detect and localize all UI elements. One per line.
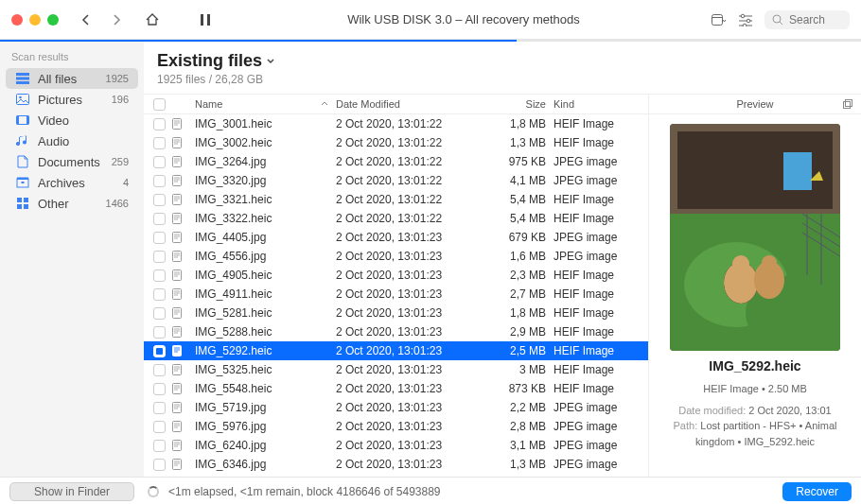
file-row[interactable]: IMG_3321.heic2 Oct 2020, 13:01:225,4 MBH…	[144, 190, 648, 209]
back-button[interactable]	[76, 9, 97, 30]
file-date: 2 Oct 2020, 13:01:23	[336, 382, 487, 395]
search-input[interactable]	[789, 13, 846, 26]
file-kind: JPEG image	[554, 439, 648, 452]
row-checkbox[interactable]	[153, 383, 166, 395]
row-checkbox[interactable]	[153, 194, 166, 206]
row-checkbox[interactable]	[153, 118, 166, 130]
spinner-icon	[148, 486, 159, 497]
file-icon	[170, 212, 191, 225]
minimize-window[interactable]	[29, 14, 41, 26]
file-row[interactable]: IMG_4905.heic2 Oct 2020, 13:01:232,3 MBH…	[144, 266, 648, 285]
file-icon	[170, 458, 191, 471]
file-row[interactable]: IMG_4405.jpg2 Oct 2020, 13:01:23679 KBJP…	[144, 228, 648, 247]
pause-button[interactable]	[195, 9, 216, 30]
file-row[interactable]: IMG_5288.heic2 Oct 2020, 13:01:232,9 MBH…	[144, 322, 648, 341]
row-checkbox[interactable]	[153, 137, 166, 149]
file-row[interactable]: IMG_5976.jpg2 Oct 2020, 13:01:232,8 MBJP…	[144, 417, 648, 436]
file-row[interactable]: IMG_5719.jpg2 Oct 2020, 13:01:232,2 MBJP…	[144, 398, 648, 417]
svg-rect-26	[24, 204, 28, 209]
svg-point-16	[19, 96, 22, 99]
close-window[interactable]	[11, 14, 23, 26]
column-date[interactable]: Date Modified	[336, 98, 487, 110]
file-row[interactable]: IMG_5325.heic2 Oct 2020, 13:01:233 MBHEI…	[144, 360, 648, 379]
file-icon	[170, 306, 191, 320]
file-row[interactable]: IMG_4556.jpg2 Oct 2020, 13:01:231,6 MBJP…	[144, 247, 648, 266]
documents-icon	[15, 154, 30, 169]
file-name: IMG_4405.jpg	[191, 231, 336, 244]
sidebar-item-other[interactable]: Other1466	[6, 193, 138, 214]
row-checkbox[interactable]	[153, 269, 166, 282]
row-checkbox[interactable]	[153, 251, 166, 263]
file-row[interactable]: IMG_3264.jpg2 Oct 2020, 13:01:22975 KBJP…	[144, 152, 648, 171]
file-row[interactable]: IMG_3322.heic2 Oct 2020, 13:01:225,4 MBH…	[144, 209, 648, 228]
file-row[interactable]: IMG_6240.jpg2 Oct 2020, 13:01:233,1 MBJP…	[144, 436, 648, 455]
row-checkbox[interactable]	[153, 326, 166, 339]
file-size: 1,6 MB	[487, 250, 554, 263]
file-size: 679 KB	[487, 231, 554, 244]
row-checkbox[interactable]	[153, 288, 166, 301]
sidebar-item-count: 259	[112, 156, 129, 167]
settings-sliders[interactable]	[738, 13, 753, 26]
file-row[interactable]: IMG_5292.heic2 Oct 2020, 13:01:232,5 MBH…	[144, 341, 648, 360]
file-list[interactable]: IMG_3001.heic2 Oct 2020, 13:01:221,8 MBH…	[144, 114, 648, 477]
sidebar-item-documents[interactable]: Documents259	[6, 151, 138, 172]
preview-header: Preview	[649, 94, 861, 114]
sidebar-item-video[interactable]: Video	[6, 110, 138, 130]
row-checkbox[interactable]	[153, 364, 166, 376]
file-row[interactable]: IMG_5548.heic2 Oct 2020, 13:01:23873 KBH…	[144, 379, 648, 398]
row-checkbox[interactable]	[153, 459, 166, 471]
row-checkbox[interactable]	[153, 232, 166, 244]
row-checkbox[interactable]	[153, 421, 166, 433]
svg-point-5	[741, 14, 745, 18]
file-name: IMG_3002.heic	[191, 136, 336, 149]
file-row[interactable]: IMG_3320.jpg2 Oct 2020, 13:01:224,1 MBJP…	[144, 171, 648, 190]
sidebar-item-audio[interactable]: Audio	[6, 130, 138, 151]
row-checkbox[interactable]	[153, 156, 166, 168]
column-size[interactable]: Size	[487, 98, 554, 110]
svg-rect-48	[846, 100, 852, 107]
file-row[interactable]: IMG_4911.heic2 Oct 2020, 13:01:232,7 MBH…	[144, 285, 648, 304]
search-box[interactable]	[764, 10, 850, 29]
forward-button[interactable]	[106, 9, 127, 30]
row-checkbox[interactable]	[153, 213, 166, 225]
file-row[interactable]: IMG_3002.heic2 Oct 2020, 13:01:221,3 MBH…	[144, 133, 648, 152]
open-external-icon[interactable]	[842, 98, 853, 110]
row-checkbox[interactable]	[153, 402, 166, 414]
preview-pane: Preview	[648, 94, 861, 477]
row-checkbox[interactable]	[153, 175, 166, 187]
file-row[interactable]: IMG_5281.heic2 Oct 2020, 13:01:231,8 MBH…	[144, 304, 648, 322]
column-kind[interactable]: Kind	[554, 98, 648, 110]
svg-rect-45	[173, 460, 182, 470]
row-checkbox[interactable]	[153, 307, 166, 320]
sidebar-item-pictures[interactable]: Pictures196	[6, 89, 138, 110]
sidebar-item-archives[interactable]: Archives4	[6, 172, 138, 193]
file-date: 2 Oct 2020, 13:01:22	[336, 117, 487, 130]
file-row[interactable]: IMG_6392.jpg2 Oct 2020, 13:01:232,4 MBJP…	[144, 474, 648, 477]
file-kind: JPEG image	[554, 401, 648, 414]
svg-rect-2	[712, 14, 723, 25]
sort-asc-icon	[321, 100, 328, 108]
svg-rect-30	[173, 176, 182, 186]
file-name: IMG_3001.heic	[191, 117, 336, 130]
row-checkbox[interactable]	[153, 345, 166, 357]
file-icon	[170, 382, 191, 395]
file-icon	[170, 420, 191, 433]
svg-rect-43	[173, 422, 182, 432]
file-row[interactable]: IMG_3001.heic2 Oct 2020, 13:01:221,8 MBH…	[144, 114, 648, 133]
file-kind: HEIF Image	[554, 212, 648, 225]
column-name[interactable]: Name	[191, 98, 336, 110]
home-button[interactable]	[142, 9, 163, 30]
row-checkbox[interactable]	[153, 440, 166, 452]
show-in-finder-button[interactable]: Show in Finder	[9, 482, 134, 501]
calendar-dropdown[interactable]	[712, 13, 727, 26]
recover-button[interactable]: Recover	[782, 482, 852, 501]
section-title[interactable]: Existing files	[157, 51, 848, 71]
maximize-window[interactable]	[47, 14, 59, 26]
file-kind: JPEG image	[554, 174, 648, 187]
file-kind: HEIF Image	[554, 363, 648, 376]
file-row[interactable]: IMG_6346.jpg2 Oct 2020, 13:01:231,3 MBJP…	[144, 455, 648, 474]
sidebar-item-allfiles[interactable]: All files1925	[6, 68, 138, 89]
svg-line-11	[780, 22, 782, 25]
select-all-checkbox[interactable]	[153, 98, 166, 111]
file-size: 5,4 MB	[487, 212, 554, 225]
